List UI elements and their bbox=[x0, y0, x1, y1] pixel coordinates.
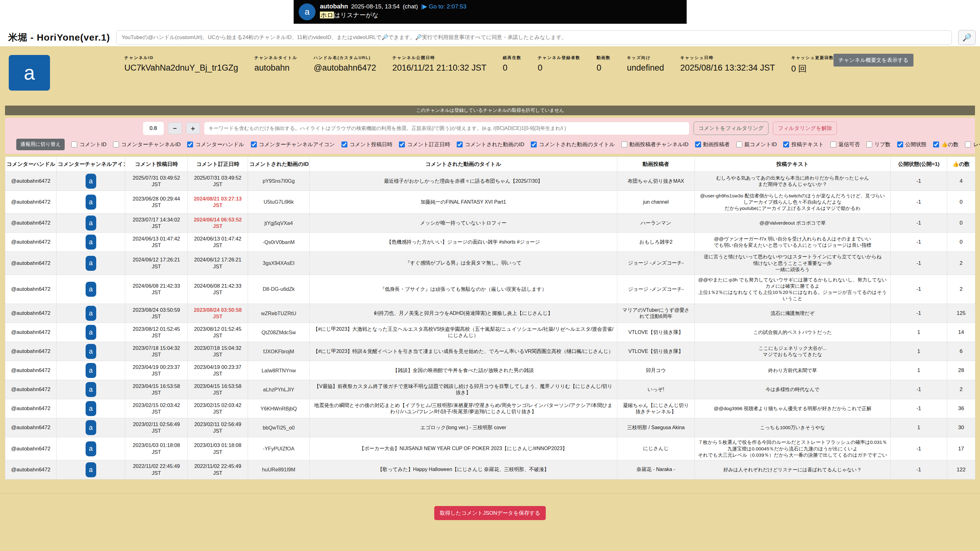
column-checkbox[interactable]: コメンターチャンネルID bbox=[113, 141, 181, 148]
column-checkbox[interactable]: 投稿テキスト bbox=[783, 141, 824, 148]
column-checkbox[interactable]: コメント訂正日時 bbox=[399, 141, 450, 148]
clear-filter-button[interactable]: フィルタリングを解除 bbox=[773, 122, 837, 135]
cell-video-author: 三枝明那 / Saegusa Akina bbox=[617, 418, 695, 437]
cell-video-title: メッシが唯一持っていないトロフィー bbox=[310, 214, 617, 233]
cell-video-id: QtZ08ZMdcSw bbox=[248, 323, 310, 342]
table-row: @autobahn6472a2024/06/13 01:47:42 JST202… bbox=[5, 233, 975, 252]
threshold-decrement-button[interactable]: − bbox=[168, 122, 182, 134]
channel-field-value: 0 bbox=[538, 63, 581, 73]
checkbox-input[interactable] bbox=[866, 141, 872, 148]
search-icon: 🔎 bbox=[963, 33, 972, 42]
channel-search-input[interactable] bbox=[116, 30, 952, 44]
checkbox-input[interactable] bbox=[113, 141, 119, 148]
checkbox-input[interactable] bbox=[251, 141, 257, 148]
checkbox-label: コメンターハンドル bbox=[195, 141, 244, 148]
table-row: @autobahn6472a2024/06/08 21:42:33 JST202… bbox=[5, 275, 975, 304]
cell-video-author: にじさんじ bbox=[617, 437, 695, 460]
column-checkbox[interactable]: コメントID bbox=[71, 141, 107, 148]
table-row: @autobahn6472a2023/08/24 03:50:59 JST202… bbox=[5, 304, 975, 323]
cell-comment-text: むしろやる気あってあの出来なら本当に終わりだから良かったじゃん まだ期待できるん… bbox=[695, 172, 891, 191]
column-checkbox[interactable]: コメントされた動画のID bbox=[457, 141, 524, 148]
cell-comment-text: ここにもジェネリック大谷が... マジでおもろなってきたな bbox=[695, 342, 891, 361]
checkbox-input[interactable] bbox=[736, 141, 742, 148]
cell-channel-icon: a bbox=[57, 214, 125, 233]
column-checkbox[interactable]: レーティング bbox=[965, 141, 980, 148]
show-channel-description-button[interactable]: チャンネル概要文を表示する bbox=[834, 54, 913, 67]
channel-field: ハンドル名(カスタムURL)@autobahn6472 bbox=[313, 55, 376, 73]
table-row: @autobahn6472a2022/11/02 22:45:49 JST202… bbox=[5, 460, 975, 479]
checkbox-input[interactable] bbox=[695, 141, 701, 148]
channel-field-label: チャンネルID bbox=[124, 55, 238, 60]
cell-video-author: 布団ちゃん切り抜きMAX bbox=[617, 172, 695, 191]
column-checkbox[interactable]: コメント投稿日時 bbox=[342, 141, 393, 148]
checkbox-input[interactable] bbox=[897, 141, 903, 148]
subscription-notice: このチャンネルは登録しているチャンネルの取得を許可していません bbox=[5, 106, 975, 115]
commenter-channel-icon: a bbox=[86, 235, 96, 249]
commenter-channel-icon: a bbox=[86, 174, 96, 189]
cell-video-id: bbQwTi25_o0 bbox=[248, 418, 310, 437]
column-checkbox[interactable]: コメンターハンドル bbox=[187, 141, 244, 148]
filter-controls-row: − ＋ コメントをフィルタリング フィルタリングを解除 bbox=[9, 122, 971, 135]
search-button[interactable]: 🔎 bbox=[958, 30, 976, 45]
threshold-input[interactable] bbox=[143, 122, 164, 135]
keyword-filter-input[interactable] bbox=[204, 122, 689, 135]
column-checkbox[interactable]: 👍の数 bbox=[933, 141, 959, 148]
checkbox-label: コメント訂正日時 bbox=[407, 141, 450, 148]
cell-comment-text: ７枚から５枚選んで役を作る今回のルールだとストレートフラッシュの確率は0.031… bbox=[695, 437, 891, 460]
column-checkbox[interactable]: 親コメントID bbox=[736, 141, 777, 148]
checkbox-input[interactable] bbox=[783, 141, 789, 148]
checkbox-input[interactable] bbox=[830, 141, 836, 148]
cell-channel-icon: a bbox=[57, 172, 125, 191]
column-checkbox[interactable]: 公開状態 bbox=[897, 141, 927, 148]
chat-timestamp: 2025-08-15, 13:54 bbox=[351, 3, 399, 10]
cell-posted-at: 2023/01/03 01:18:08 JST bbox=[125, 437, 188, 460]
column-checkbox[interactable]: 返信可否 bbox=[830, 141, 860, 148]
cell-commenter-handle: @autobahn6472 bbox=[5, 361, 57, 380]
checkbox-input[interactable] bbox=[399, 141, 405, 148]
cell-commenter-handle: @autobahn6472 bbox=[5, 460, 57, 479]
cell-video-title: 【V最協】前夜祭カスタム終了後ガチで意味不明な話題で雑談し続ける卯月コウを目撃し… bbox=[310, 380, 617, 399]
cell-edited-at: 2024/06/08 21:42:33 JST bbox=[188, 275, 248, 304]
channel-field: チャンネル公開日時2016/11/21 21:10:32 JST bbox=[392, 55, 487, 73]
checkbox-label: 返信可否 bbox=[838, 141, 860, 148]
cell-video-author: ハーランマン bbox=[617, 214, 695, 233]
column-checkboxes: コメントIDコメンターチャンネルIDコメンターハンドルコメンターチャンネルアイコ… bbox=[71, 141, 980, 148]
checkbox-input[interactable] bbox=[933, 141, 939, 148]
cell-edited-at: 2023/04/19 00:23:37 JST bbox=[188, 361, 248, 380]
column-checkbox[interactable]: 動画投稿者チャンネルID bbox=[621, 141, 689, 148]
column-checkbox[interactable]: 動画投稿者 bbox=[695, 141, 730, 148]
threshold-increment-button[interactable]: ＋ bbox=[186, 122, 200, 134]
checkbox-input[interactable] bbox=[621, 141, 627, 148]
checkbox-input[interactable] bbox=[457, 141, 463, 148]
report-mode-button[interactable]: 通報用に切り替え bbox=[16, 139, 65, 150]
chat-goto-link[interactable]: |▶ Go to: 2:07:53 bbox=[421, 3, 466, 10]
cell-comment-text: この試合個人的ベストバウトだった bbox=[695, 323, 891, 342]
column-checkbox[interactable]: リプ数 bbox=[866, 141, 891, 148]
save-json-button[interactable]: 取得したコメントJSONデータを保存する bbox=[434, 506, 546, 520]
cell-comment-text: @@やまたに-p3h でも努力してないウサギには勝てるかもしれないし、努力してな… bbox=[695, 275, 891, 304]
cell-video-id: U5tuG7Li96k bbox=[248, 191, 310, 214]
cell-like-count: 28 bbox=[947, 361, 975, 380]
filter-comments-button[interactable]: コメントをフィルタリング bbox=[694, 122, 769, 135]
cell-public-status: 1 bbox=[891, 342, 947, 361]
checkbox-input[interactable] bbox=[187, 141, 193, 148]
cell-public-status: -1 bbox=[891, 191, 947, 214]
checkbox-input[interactable] bbox=[531, 141, 537, 148]
cell-edited-at: 2023/02/11 02:56:49 JST bbox=[188, 418, 248, 437]
table-row: @autobahn6472a2023/07/17 14:34:02 JST202… bbox=[5, 214, 975, 233]
checkbox-input[interactable] bbox=[965, 141, 971, 148]
channel-field: キャッシュ更新回数0 回 bbox=[791, 55, 834, 75]
column-checkbox[interactable]: コメンターチャンネルアイコン bbox=[251, 141, 335, 148]
channel-field: チャンネルIDUC7kVahNa2dnuY_Bj_tr1GZg bbox=[124, 55, 238, 73]
checkbox-input[interactable] bbox=[342, 141, 347, 148]
checkbox-label: コメントされた動画のタイトル bbox=[539, 141, 615, 148]
cell-edited-at: 2023/04/15 16:53:58 JST bbox=[188, 380, 248, 399]
cell-channel-icon: a bbox=[57, 233, 125, 252]
checkbox-label: コメンターチャンネルアイコン bbox=[259, 141, 335, 148]
commenter-channel-icon: a bbox=[86, 401, 96, 416]
cell-video-author: おもしろ雑学2 bbox=[617, 233, 695, 252]
commenter-channel-icon: a bbox=[86, 325, 96, 340]
column-checkbox[interactable]: コメントされた動画のタイトル bbox=[531, 141, 615, 148]
checkbox-input[interactable] bbox=[71, 141, 77, 148]
chat-message-rest: はリスナーがな bbox=[334, 11, 379, 18]
